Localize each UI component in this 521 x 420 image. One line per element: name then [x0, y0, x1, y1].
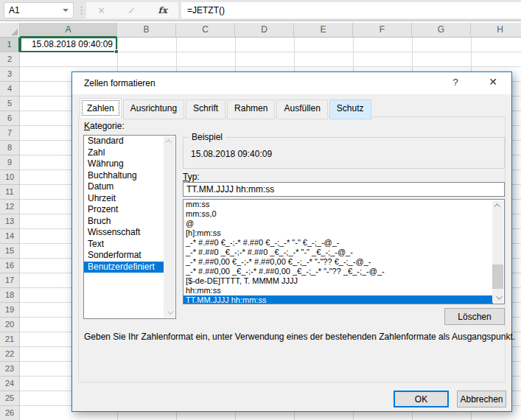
scrollbar-thumb[interactable]	[492, 265, 503, 289]
drag-dots-icon: ⋮	[77, 3, 86, 18]
tab-ausrichtung[interactable]: Ausrichtung	[123, 99, 184, 119]
category-item[interactable]: Währung	[84, 158, 164, 170]
select-all-corner[interactable]	[0, 23, 20, 38]
row-header-14[interactable]: 14	[0, 229, 20, 244]
category-item[interactable]: Bruch	[84, 216, 164, 228]
column-headers: ABCDEFGH	[0, 23, 521, 38]
type-format-item[interactable]: hh:mm:ss	[183, 286, 493, 295]
row-header-25[interactable]: 25	[0, 391, 20, 406]
category-item[interactable]: Benutzerdefiniert	[84, 262, 164, 273]
row-header-11[interactable]: 11	[0, 185, 20, 200]
category-listbox[interactable]: StandardZahlWährungBuchhaltungDatumUhrze…	[83, 135, 176, 319]
delete-button[interactable]: Löschen	[444, 308, 505, 325]
category-item[interactable]: Wissenschaft	[84, 227, 164, 239]
fill-handle[interactable]	[114, 49, 119, 54]
cancel-entry-icon[interactable]: ✕	[97, 5, 105, 16]
tab-ausfüllen[interactable]: Ausfüllen	[276, 99, 327, 119]
column-header-g[interactable]: G	[412, 23, 471, 38]
ok-button[interactable]: OK	[394, 391, 449, 407]
row-header-26[interactable]: 26	[0, 406, 20, 420]
row-header-17[interactable]: 17	[0, 273, 20, 288]
column-header-f[interactable]: F	[353, 23, 412, 38]
scroll-up-icon[interactable]	[164, 136, 175, 147]
example-label: Beispiel	[189, 132, 225, 142]
name-box[interactable]: A1	[4, 2, 74, 18]
tab-schutz[interactable]: Schutz	[329, 99, 371, 119]
formula-bar: A1 ⋮ ✕ ✓ fx =JETZT()	[0, 0, 521, 21]
cancel-button[interactable]: Abbrechen	[457, 391, 506, 407]
category-scrollbar[interactable]	[164, 136, 175, 318]
column-header-a[interactable]: A	[20, 23, 117, 38]
category-item[interactable]: Zahl	[84, 147, 164, 159]
row-header-13[interactable]: 13	[0, 214, 20, 229]
select-all-icon	[11, 29, 18, 35]
category-item[interactable]: Datum	[84, 181, 164, 193]
tab-rahmen[interactable]: Rahmen	[227, 99, 275, 119]
row-header-8[interactable]: 8	[0, 141, 20, 155]
type-format-item[interactable]: [h]:mm:ss	[183, 228, 493, 238]
column-header-c[interactable]: C	[176, 23, 235, 38]
row-header-7[interactable]: 7	[0, 126, 20, 141]
row-header-2[interactable]: 2	[0, 52, 20, 67]
category-item[interactable]: Standard	[84, 136, 164, 147]
tab-schrift[interactable]: Schrift	[186, 99, 225, 119]
row-header-24[interactable]: 24	[0, 377, 20, 391]
column-header-h[interactable]: H	[471, 23, 521, 38]
row-header-4[interactable]: 4	[0, 82, 20, 97]
row-header-12[interactable]: 12	[0, 200, 20, 214]
formula-input[interactable]: =JETZT()	[181, 2, 521, 18]
row-header-3[interactable]: 3	[0, 67, 20, 82]
type-format-item[interactable]: _-* #.##0 €_-;-* #.##0 €_-;_-* "-" €_-;_…	[183, 238, 493, 248]
selected-cell-a1[interactable]: 15.08.2018 09:40:09	[20, 37, 117, 52]
row-header-20[interactable]: 20	[0, 318, 20, 332]
column-header-d[interactable]: D	[235, 23, 294, 38]
type-format-item[interactable]: _-* #.##0,00 €_-;-* #.##0,00 €_-;_-* "-"…	[183, 257, 493, 267]
row-header-21[interactable]: 21	[0, 332, 20, 347]
row-header-19[interactable]: 19	[0, 303, 20, 318]
column-header-b[interactable]: B	[117, 23, 176, 38]
formula-buttons: ✕ ✓ fx	[86, 2, 178, 18]
type-format-item[interactable]: mm:ss	[183, 200, 493, 209]
row-header-18[interactable]: 18	[0, 288, 20, 303]
insert-function-icon[interactable]: fx	[158, 5, 167, 15]
type-format-item[interactable]: _-* #.##0,00 _€_-;-* #.##0,00 _€_-;_-* "…	[183, 267, 493, 276]
name-box-dropdown-icon[interactable]	[63, 9, 69, 12]
scroll-up-icon[interactable]	[492, 200, 503, 211]
type-format-item[interactable]: TT.MM.JJJJ hh:mm:ss	[183, 295, 493, 304]
scroll-down-icon[interactable]	[492, 293, 503, 303]
type-format-item[interactable]: @	[183, 219, 493, 228]
type-format-item[interactable]: mm:ss,0	[183, 209, 493, 219]
type-label: Typ:	[183, 172, 200, 182]
tab-zahlen[interactable]: Zahlen	[80, 98, 122, 118]
row-header-16[interactable]: 16	[0, 259, 20, 273]
category-item[interactable]: Buchhaltung	[84, 170, 164, 182]
row-header-10[interactable]: 10	[0, 170, 20, 185]
type-input-value: TT.MM.JJJJ hh:mm:ss	[186, 184, 274, 195]
type-listbox[interactable]: mm:ssmm:ss,0@[h]:mm:ss_-* #.##0 €_-;-* #…	[183, 199, 505, 304]
scroll-down-icon[interactable]	[164, 307, 175, 318]
help-icon[interactable]: ?	[448, 77, 463, 90]
type-format-item[interactable]: _-* #.##0 _€_-;-* #.##0 _€_-;_-* "-" _€_…	[183, 248, 493, 257]
category-label: Kategorie:	[84, 121, 125, 131]
row-header-23[interactable]: 23	[0, 362, 20, 377]
category-item[interactable]: Uhrzeit	[84, 193, 164, 205]
row-header-22[interactable]: 22	[0, 347, 20, 362]
row-header-1[interactable]: 1	[0, 38, 20, 52]
dialog-titlebar[interactable]: Zellen formatieren ? ✕	[72, 72, 511, 94]
type-format-item[interactable]: [$-de-DE]TTTT, T. MMMM JJJJ	[183, 276, 493, 286]
confirm-entry-icon[interactable]: ✓	[127, 5, 136, 16]
category-item[interactable]: Sonderformat	[84, 250, 164, 262]
close-icon[interactable]: ✕	[485, 76, 501, 91]
row-header-15[interactable]: 15	[0, 244, 20, 259]
example-groupbox: Beispiel 15.08.2018 09:40:09	[183, 137, 505, 169]
category-item[interactable]: Text	[84, 239, 164, 251]
row-header-5[interactable]: 5	[0, 97, 20, 111]
category-item[interactable]: Prozent	[84, 204, 164, 216]
column-header-e[interactable]: E	[294, 23, 353, 38]
row-header-6[interactable]: 6	[0, 111, 20, 126]
name-box-value: A1	[9, 5, 20, 15]
dialog-tabs: ZahlenAusrichtungSchriftRahmenAusfüllenS…	[80, 99, 373, 119]
type-input[interactable]: TT.MM.JJJJ hh:mm:ss	[183, 182, 505, 197]
type-scrollbar[interactable]	[492, 200, 503, 303]
row-header-9[interactable]: 9	[0, 155, 20, 170]
